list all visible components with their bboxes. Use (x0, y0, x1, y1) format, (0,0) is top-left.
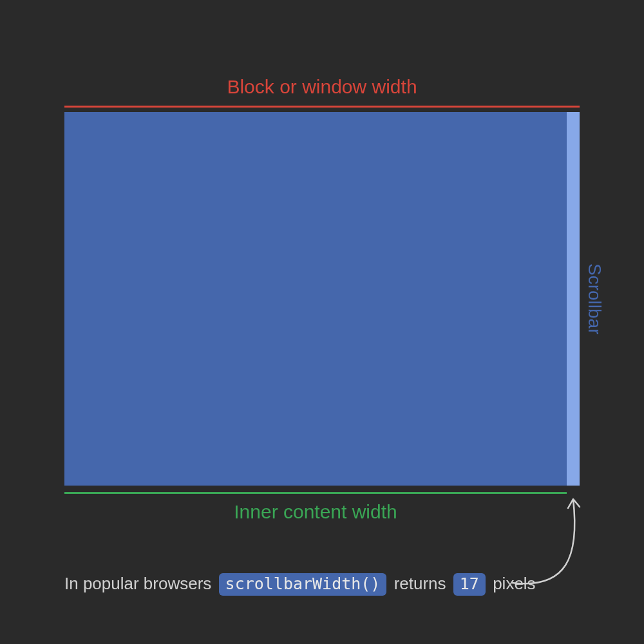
caption-prefix: In popular browsers (64, 574, 211, 593)
scrollbar-track (567, 112, 580, 486)
scrollbar-label: Scrollbar (585, 112, 604, 486)
outer-width-label: Block or window width (64, 76, 580, 98)
scrollbar-label-text: Scrollbar (584, 263, 605, 334)
content-block (64, 112, 580, 486)
inner-width-line (64, 492, 567, 494)
diagram-stage: Block or window width Scrollbar Inner co… (0, 0, 644, 644)
inner-width-label: Inner content width (64, 501, 567, 523)
code-value-pill: 17 (453, 573, 486, 596)
code-function-pill: scrollbarWidth() (219, 573, 387, 596)
caption-middle: returns (394, 574, 446, 593)
caption-suffix: pixels (493, 574, 535, 593)
caption-text: In popular browsers scrollbarWidth() ret… (64, 573, 567, 596)
outer-width-line (64, 106, 580, 108)
